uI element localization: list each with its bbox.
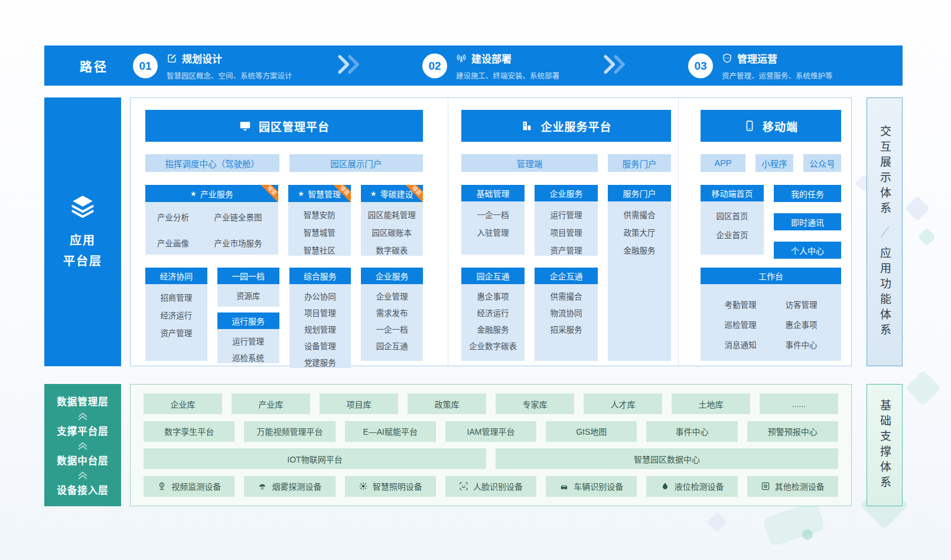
archive-operation-column: 一园一档 资源库 运行服务 运行管理 巡检系统 — [217, 268, 279, 361]
step-01-info: 规划设计 智慧园区概念、空间、系统等方案设计 — [167, 51, 292, 81]
decor-dot — [802, 529, 813, 540]
step-03-info: 管理运营 资产管理、运营服务、系统维护等 — [722, 51, 833, 81]
column-item: 招商管理 — [160, 291, 192, 303]
enterprise-platform-title: 企业服务平台 — [540, 118, 611, 134]
park-columns-row: 经济协同 招商管理 经济运行 资产管理 一园一档 资源库 — [145, 268, 423, 361]
step-02-info: 建设部署 建设施工、终端安装、系统部署 — [456, 51, 559, 81]
db-box: 人才库 — [584, 393, 662, 414]
db-box: 政策库 — [408, 393, 486, 414]
step-02-desc: 建设施工、终端安装、系统部署 — [456, 70, 559, 81]
column-items: 供需撮合 政策大厅 金融服务 — [608, 201, 671, 361]
platform-box: IAM管理平台 — [445, 421, 536, 442]
service-portal-column: 服务门户 供需撮合 政策大厅 金融服务 — [608, 185, 671, 361]
column-header: 服务门户 — [608, 185, 671, 201]
column-header: 园企互通 — [461, 268, 525, 284]
column-item: 供需撮合 — [624, 209, 656, 220]
smart-park-architecture-diagram: 路径 01 规划设计 智慧园区概念、空间、系统等方案设计 02 — [0, 0, 951, 560]
park-management-platform: 园区管理平台 指挥调度中心（驾驶舱） 园区展示门户 ★ 产业服务 增值 产业分析… — [145, 98, 423, 366]
column-items: 惠企事项 经济运行 金融服务 企业数字碳表 — [461, 284, 525, 361]
one-park-one-file-card: 一园一档 资源库 — [217, 268, 279, 307]
device-label: 液位检测设备 — [675, 480, 724, 492]
section-divider — [448, 98, 448, 366]
column-header: 企业服务 — [361, 268, 423, 284]
enterprise-service-column: 企业服务 运行管理 项目管理 资产管理 — [535, 185, 598, 255]
workbench-item: 事件中心 — [786, 338, 818, 350]
device-label: 人脸识别设备 — [473, 480, 523, 492]
shield-icon — [722, 53, 732, 63]
device-box: 人脸识别设备 — [445, 476, 536, 497]
column-item: 党建服务 — [304, 356, 336, 368]
card-title: 零碳建设 — [380, 188, 413, 200]
park-platform-title: 园区管理平台 — [259, 118, 330, 134]
decor-cube — [906, 370, 940, 405]
column-items: 供需撮合 物流协同 招采服务 — [535, 284, 598, 361]
interaction-display-system-label: 交互展示体系 — [877, 125, 893, 217]
enterprise-row2: 园企互通 惠企事项 经济运行 金融服务 企业数字碳表 企企互通 供需撮合 物流协… — [461, 268, 598, 361]
column-item: 运行管理 — [232, 335, 264, 347]
device-label: 车辆识别设备 — [574, 480, 623, 492]
column-item: 一企一档 — [376, 323, 408, 335]
column-item: 政策大厅 — [624, 226, 656, 238]
zero-carbon-card: ★ 零碳建设 增值 园区能耗管理 园区碳账本 数字碳表 — [361, 185, 424, 255]
column-item: 物流协同 — [551, 307, 582, 318]
column-item: 设备管理 — [304, 340, 336, 351]
column-item: 企业管理 — [376, 290, 408, 302]
support-platform-layer-label: 支撑平台层 — [57, 424, 109, 438]
column-item: 项目管理 — [551, 226, 582, 238]
step-01-number: 01 — [133, 53, 158, 78]
decor-cube — [707, 512, 727, 532]
column-item: 资产管理 — [160, 327, 192, 338]
column-header: 一园一档 — [217, 268, 279, 284]
iot-platform-box: IOT物联网平台 — [144, 448, 486, 469]
column-item: 巡检系统 — [232, 351, 264, 363]
layers-icon — [70, 193, 96, 220]
column-items: 运行管理 项目管理 资产管理 — [535, 201, 598, 256]
step-03-number: 03 — [688, 53, 713, 78]
data-center-box: 智慧园区数据中心 — [496, 448, 838, 469]
enterprise-subheaders: 管理端 服务门户 — [461, 154, 671, 172]
db-box: 产业库 — [232, 393, 310, 414]
mobile-buttons: 我的任务 即时通讯 个人中心 — [774, 185, 841, 259]
path-bar: 路径 01 规划设计 智慧园区概念、空间、系统等方案设计 02 — [44, 45, 903, 86]
device-row: 视频监测设备 烟雾探测设备 智慧照明设备 人脸识别设备 — [144, 476, 838, 497]
camera-icon — [157, 481, 167, 491]
decor-cube — [905, 196, 930, 221]
card-items: 园区能耗管理 园区碳账本 数字碳表 — [361, 202, 424, 256]
step-03-title: 管理运营 — [737, 51, 777, 66]
enterprise-service-column: 企业服务 企业管理 需求发布 一企一档 园企互通 — [361, 268, 423, 361]
mobile-platform-header: 移动端 — [701, 110, 841, 142]
workbench-item: 消息通知 — [725, 338, 757, 350]
service-portal-chip: 服务门户 — [608, 154, 671, 172]
column-item: 运行管理 — [551, 209, 582, 220]
park-portal-chip: 园区展示门户 — [289, 154, 424, 172]
card-item: 园区碳账本 — [372, 226, 412, 238]
column-item: 金融服务 — [477, 323, 509, 335]
mobile-platform: 移动端 APP 小程序 公众号 移动端首页 园区首页 企业首页 我的任务 即时通… — [701, 98, 841, 366]
column-item: 招采服务 — [551, 323, 582, 335]
column-items: 资源库 — [217, 284, 279, 307]
column-items: 招商管理 经济运行 资产管理 — [145, 284, 207, 361]
card-item: 产业画像 — [157, 237, 210, 255]
workbench-item: 访客管理 — [786, 298, 818, 310]
workbench-card: 工作台 考勤管理 访客管理 巡检管理 惠企事项 消息通知 事件中心 — [701, 268, 841, 361]
card-title: 智慧管理 — [308, 188, 341, 200]
platform-box: E—AI赋能平台 — [345, 421, 436, 442]
device-box: 车辆识别设备 — [546, 476, 637, 497]
card-items: 产业分析 产业链全景图 产业画像 产业市场服务 — [145, 202, 278, 255]
device-box: 其他检测设备 — [747, 476, 838, 497]
zero-carbon-card-header: ★ 零碳建设 增值 — [361, 185, 424, 202]
column-header: 综合服务 — [289, 268, 351, 284]
light-icon — [359, 481, 368, 491]
platform-box: 预警预报中心 — [747, 421, 838, 442]
enterprise-row1: 基础管理 一企一档 入驻管理 企业服务 运行管理 项目管理 资产管理 — [461, 185, 598, 255]
card-items: 智慧安防 智慧城管 智慧社区 — [288, 202, 351, 256]
platform-box: 数字孪生平台 — [144, 421, 235, 442]
app-rail-label-line1: 应用 — [63, 230, 102, 251]
column-header: 经济协同 — [145, 268, 207, 284]
foundation-support-system-rail: 基础支撑体系 — [867, 384, 903, 506]
db-box: 企业库 — [144, 393, 222, 414]
instant-messaging-block: 即时通讯 — [774, 213, 841, 230]
decor-cube — [917, 227, 936, 246]
decor-leaf — [763, 501, 826, 546]
app-chip: APP — [701, 154, 745, 172]
